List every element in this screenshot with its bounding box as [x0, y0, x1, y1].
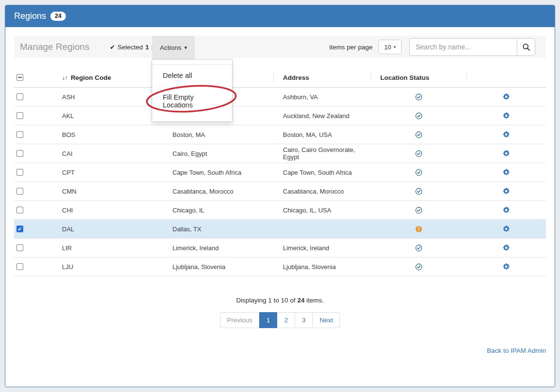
name-cell: Limerick, Ireland [162, 244, 273, 252]
region-code-cell: DAL [51, 226, 162, 233]
search-input[interactable] [409, 38, 517, 56]
row-checkbox[interactable] [16, 112, 23, 119]
row-settings-button[interactable] [503, 263, 510, 270]
pagination-page-1[interactable]: 1 [259, 312, 278, 328]
status-ok-icon [415, 150, 422, 157]
pagination-page-2[interactable]: 2 [277, 312, 296, 328]
row-settings-button[interactable] [503, 244, 510, 251]
gear-icon [503, 263, 510, 270]
summary-prefix: Displaying 1 to 10 of [236, 297, 296, 304]
region-code-cell: CHI [51, 207, 162, 214]
table-row: DAL Dallas, TX [14, 220, 546, 239]
menu-item-delete-all[interactable]: Delete all [152, 65, 232, 86]
toolbar-right-group: items per page 10 ▾ [329, 38, 546, 56]
row-settings-button[interactable] [503, 112, 510, 119]
table-row: LJU Ljubljana, Slovenia Ljubljana, Slove… [14, 257, 546, 276]
status-ok-icon [415, 188, 422, 195]
row-checkbox[interactable] [16, 93, 23, 100]
manage-toolbar: Manage Regions ✔ Selected 1 items Action… [14, 36, 546, 58]
table-body: ASH Ashburn, VA AKL Auckland, NZ Aucklan… [14, 88, 546, 276]
summary-total: 24 [297, 297, 305, 304]
region-code-header-label: Region Code [71, 74, 111, 81]
table-row: LIR Limerick, Ireland Limerick, Ireland [14, 239, 546, 257]
status-ok-icon [415, 207, 422, 214]
dropdown-empty-item [152, 60, 232, 64]
actions-dropdown-button[interactable]: Actions ▾ [152, 36, 195, 59]
pagination-next-button[interactable]: Next [312, 312, 341, 328]
status-ok-icon [415, 112, 422, 120]
actions-dropdown-menu: Delete allFill Empty Locations [152, 59, 233, 122]
table-row: CAI Cairo, Egypt Cairo, Cairo Governorat… [14, 144, 546, 163]
gear-icon [503, 131, 510, 138]
status-ok-icon [415, 244, 422, 252]
table-row: CMN Casablanca, Morocco Casablanca, Moro… [14, 182, 546, 201]
regions-panel: Regions 24 Manage Regions ✔ Selected 1 i… [5, 5, 555, 387]
row-checkbox[interactable] [16, 131, 23, 138]
location-status-header: Location Status [371, 74, 467, 81]
name-cell: Ljubljana, Slovenia [162, 263, 273, 271]
row-checkbox[interactable] [16, 207, 23, 213]
sort-icon[interactable]: ↓↑ [62, 74, 67, 81]
address-cell: Cape Town, South Africa [273, 169, 371, 176]
address-header: Address [273, 74, 371, 81]
status-warning-icon [415, 226, 422, 233]
search-button[interactable] [517, 38, 535, 56]
table-row: BOS Boston, MA Boston, MA, USA [14, 125, 546, 144]
row-settings-button[interactable] [503, 188, 510, 195]
regions-table: ↓↑ Region Code Address Location Status [14, 68, 546, 276]
status-ok-icon [415, 169, 422, 176]
row-settings-button[interactable] [503, 150, 510, 157]
row-settings-button[interactable] [503, 169, 510, 176]
gear-icon [503, 169, 510, 176]
table-row: AKL Auckland, NZ Auckland, New Zealand [14, 106, 546, 125]
status-ok-icon [415, 131, 422, 138]
select-all-checkbox[interactable] [16, 74, 23, 81]
region-code-header[interactable]: ↓↑ Region Code [51, 74, 162, 81]
regions-admin-page: Regions 24 Manage Regions ✔ Selected 1 i… [0, 0, 560, 392]
row-settings-button[interactable] [503, 226, 510, 232]
address-cell: Ashburn, VA [273, 93, 371, 101]
items-per-page-select[interactable]: 10 ▾ [378, 40, 402, 54]
back-to-ipam-admin-link[interactable]: Back to IPAM Admin [487, 347, 546, 354]
caret-down-icon: ▾ [393, 45, 396, 49]
name-cell: Dallas, TX [162, 226, 273, 233]
address-cell: Auckland, New Zealand [273, 112, 371, 120]
address-cell: Chicago, IL, USA [273, 207, 371, 214]
name-cell: Cape Town, South Africa [162, 169, 273, 176]
items-per-page-value: 10 [384, 44, 391, 51]
panel-body: Manage Regions ✔ Selected 1 items Action… [5, 27, 555, 363]
region-code-cell: CAI [51, 150, 162, 157]
caret-down-icon: ▾ [184, 45, 187, 51]
row-checkbox[interactable] [16, 263, 23, 270]
address-cell: Limerick, Ireland [273, 244, 371, 252]
name-cell: Cairo, Egypt [162, 150, 273, 157]
location-status-header-label: Location Status [380, 74, 429, 81]
gear-icon [503, 150, 510, 157]
name-cell: Casablanca, Morocco [162, 188, 273, 195]
row-checkbox[interactable] [16, 244, 23, 251]
gear-icon [503, 207, 510, 213]
menu-item-fill-empty-locations[interactable]: Fill Empty Locations [152, 87, 232, 116]
items-per-page-label: items per page [329, 44, 373, 51]
table-header-row: ↓↑ Region Code Address Location Status [14, 68, 546, 88]
row-checkbox[interactable] [16, 226, 23, 232]
region-code-cell: CMN [51, 188, 162, 195]
region-code-cell: LIR [51, 244, 162, 252]
gear-icon [503, 244, 510, 251]
region-code-cell: AKL [51, 112, 162, 120]
row-settings-button[interactable] [503, 131, 510, 138]
row-settings-button[interactable] [503, 93, 510, 100]
row-checkbox[interactable] [16, 188, 23, 195]
pagination-page-3[interactable]: 3 [295, 312, 313, 328]
row-checkbox[interactable] [16, 150, 23, 157]
manage-regions-title: Manage Regions [20, 42, 90, 52]
pagination-previous-button[interactable]: Previous [220, 312, 260, 328]
region-code-cell: BOS [51, 131, 162, 138]
pagination-summary: Displaying 1 to 10 of 24 items. [14, 297, 546, 304]
footer-link-row: Back to IPAM Admin [14, 346, 546, 355]
actions-button-label: Actions [160, 44, 181, 51]
row-settings-button[interactable] [503, 207, 510, 213]
page-title: Regions [14, 11, 46, 21]
row-checkbox[interactable] [16, 169, 23, 176]
address-cell: Casablanca, Morocco [273, 188, 371, 195]
